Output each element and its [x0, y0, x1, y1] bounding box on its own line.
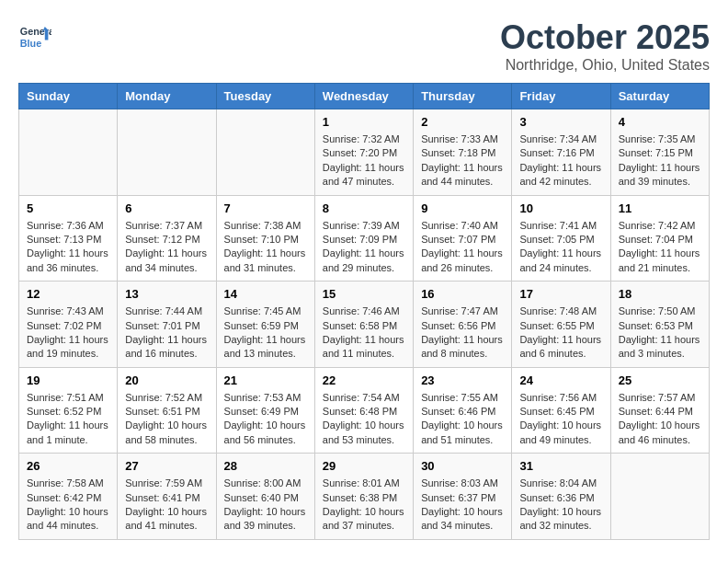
- weekday-header-sunday: Sunday: [19, 84, 118, 109]
- svg-text:Blue: Blue: [20, 38, 41, 49]
- day-info: Sunrise: 7:37 AM Sunset: 7:12 PM Dayligh…: [125, 219, 208, 276]
- calendar-cell: 11Sunrise: 7:42 AM Sunset: 7:04 PM Dayli…: [610, 195, 709, 282]
- calendar-cell: 8Sunrise: 7:39 AM Sunset: 7:09 PM Daylig…: [314, 195, 413, 282]
- calendar-cell: [19, 109, 118, 196]
- calendar-cell: 7Sunrise: 7:38 AM Sunset: 7:10 PM Daylig…: [216, 195, 314, 282]
- calendar-cell: 18Sunrise: 7:50 AM Sunset: 6:53 PM Dayli…: [610, 282, 709, 368]
- day-info: Sunrise: 7:50 AM Sunset: 6:53 PM Dayligh…: [619, 304, 701, 362]
- day-number: 9: [421, 201, 504, 215]
- calendar-cell: 23Sunrise: 7:55 AM Sunset: 6:46 PM Dayli…: [414, 367, 512, 454]
- day-number: 22: [323, 373, 405, 387]
- day-info: Sunrise: 7:48 AM Sunset: 6:55 PM Dayligh…: [519, 304, 602, 362]
- calendar-cell: 5Sunrise: 7:36 AM Sunset: 7:13 PM Daylig…: [19, 195, 118, 282]
- day-info: Sunrise: 7:34 AM Sunset: 7:16 PM Dayligh…: [519, 132, 602, 190]
- day-number: 7: [224, 201, 307, 215]
- day-info: Sunrise: 8:03 AM Sunset: 6:37 PM Dayligh…: [421, 477, 504, 534]
- day-number: 16: [421, 287, 504, 301]
- day-number: 10: [519, 201, 602, 215]
- day-number: 3: [519, 115, 602, 129]
- calendar-cell: 24Sunrise: 7:56 AM Sunset: 6:45 PM Dayli…: [512, 367, 610, 454]
- calendar-cell: 29Sunrise: 8:01 AM Sunset: 6:38 PM Dayli…: [314, 454, 413, 540]
- day-info: Sunrise: 7:38 AM Sunset: 7:10 PM Dayligh…: [224, 219, 307, 276]
- day-info: Sunrise: 8:01 AM Sunset: 6:38 PM Dayligh…: [323, 477, 405, 534]
- day-number: 21: [224, 373, 307, 387]
- day-info: Sunrise: 7:33 AM Sunset: 7:18 PM Dayligh…: [421, 132, 504, 190]
- calendar-cell: 4Sunrise: 7:35 AM Sunset: 7:15 PM Daylig…: [610, 109, 709, 196]
- day-info: Sunrise: 7:44 AM Sunset: 7:01 PM Dayligh…: [125, 304, 208, 362]
- day-number: 27: [125, 459, 208, 473]
- day-number: 24: [519, 373, 602, 387]
- day-number: 1: [323, 115, 405, 129]
- day-info: Sunrise: 7:55 AM Sunset: 6:46 PM Dayligh…: [421, 391, 504, 448]
- location: Northridge, Ohio, United States: [500, 57, 710, 74]
- calendar-cell: 3Sunrise: 7:34 AM Sunset: 7:16 PM Daylig…: [512, 109, 610, 196]
- day-info: Sunrise: 7:41 AM Sunset: 7:05 PM Dayligh…: [519, 219, 602, 276]
- day-info: Sunrise: 7:52 AM Sunset: 6:51 PM Dayligh…: [125, 391, 208, 448]
- day-number: 30: [421, 459, 504, 473]
- calendar-cell: 22Sunrise: 7:54 AM Sunset: 6:48 PM Dayli…: [314, 367, 413, 454]
- calendar-cell: 21Sunrise: 7:53 AM Sunset: 6:49 PM Dayli…: [216, 367, 314, 454]
- day-number: 25: [619, 373, 701, 387]
- day-info: Sunrise: 7:46 AM Sunset: 6:58 PM Dayligh…: [323, 304, 405, 362]
- day-number: 13: [125, 287, 208, 301]
- calendar-cell: 19Sunrise: 7:51 AM Sunset: 6:52 PM Dayli…: [19, 367, 118, 454]
- day-number: 19: [27, 373, 109, 387]
- day-info: Sunrise: 7:59 AM Sunset: 6:41 PM Dayligh…: [125, 477, 208, 534]
- calendar-week-5: 26Sunrise: 7:58 AM Sunset: 6:42 PM Dayli…: [19, 454, 710, 540]
- calendar-cell: 16Sunrise: 7:47 AM Sunset: 6:56 PM Dayli…: [414, 282, 512, 368]
- calendar-week-1: 1Sunrise: 7:32 AM Sunset: 7:20 PM Daylig…: [19, 109, 710, 196]
- day-info: Sunrise: 7:35 AM Sunset: 7:15 PM Dayligh…: [619, 132, 701, 190]
- day-number: 12: [27, 287, 109, 301]
- calendar-cell: [610, 454, 709, 540]
- day-info: Sunrise: 7:53 AM Sunset: 6:49 PM Dayligh…: [224, 391, 307, 448]
- calendar-cell: 20Sunrise: 7:52 AM Sunset: 6:51 PM Dayli…: [118, 367, 216, 454]
- day-info: Sunrise: 8:00 AM Sunset: 6:40 PM Dayligh…: [224, 477, 307, 534]
- calendar-cell: 27Sunrise: 7:59 AM Sunset: 6:41 PM Dayli…: [118, 454, 216, 540]
- calendar-cell: [118, 109, 216, 196]
- calendar-cell: 31Sunrise: 8:04 AM Sunset: 6:36 PM Dayli…: [512, 454, 610, 540]
- day-number: 31: [519, 459, 602, 473]
- calendar-cell: 26Sunrise: 7:58 AM Sunset: 6:42 PM Dayli…: [19, 454, 118, 540]
- day-number: 4: [619, 115, 701, 129]
- day-info: Sunrise: 7:45 AM Sunset: 6:59 PM Dayligh…: [224, 304, 307, 362]
- weekday-header-wednesday: Wednesday: [314, 84, 413, 109]
- day-info: Sunrise: 7:36 AM Sunset: 7:13 PM Dayligh…: [27, 219, 109, 276]
- calendar-cell: [216, 109, 314, 196]
- day-info: Sunrise: 7:54 AM Sunset: 6:48 PM Dayligh…: [323, 391, 405, 448]
- title-block: October 2025 Northridge, Ohio, United St…: [500, 18, 710, 74]
- day-number: 14: [224, 287, 307, 301]
- day-number: 26: [27, 459, 109, 473]
- calendar-table: SundayMondayTuesdayWednesdayThursdayFrid…: [18, 83, 710, 540]
- day-number: 18: [619, 287, 701, 301]
- calendar-week-4: 19Sunrise: 7:51 AM Sunset: 6:52 PM Dayli…: [19, 367, 710, 454]
- weekday-header-row: SundayMondayTuesdayWednesdayThursdayFrid…: [19, 84, 710, 109]
- day-info: Sunrise: 7:56 AM Sunset: 6:45 PM Dayligh…: [519, 391, 602, 448]
- day-info: Sunrise: 7:47 AM Sunset: 6:56 PM Dayligh…: [421, 304, 504, 362]
- day-info: Sunrise: 7:57 AM Sunset: 6:44 PM Dayligh…: [619, 391, 701, 448]
- day-number: 5: [27, 201, 109, 215]
- calendar-cell: 15Sunrise: 7:46 AM Sunset: 6:58 PM Dayli…: [314, 282, 413, 368]
- day-info: Sunrise: 7:43 AM Sunset: 7:02 PM Dayligh…: [27, 304, 109, 362]
- day-info: Sunrise: 7:32 AM Sunset: 7:20 PM Dayligh…: [323, 132, 405, 190]
- weekday-header-tuesday: Tuesday: [216, 84, 314, 109]
- day-number: 8: [323, 201, 405, 215]
- day-info: Sunrise: 7:40 AM Sunset: 7:07 PM Dayligh…: [421, 219, 504, 276]
- day-number: 20: [125, 373, 208, 387]
- day-number: 17: [519, 287, 602, 301]
- day-number: 15: [323, 287, 405, 301]
- day-info: Sunrise: 7:39 AM Sunset: 7:09 PM Dayligh…: [323, 219, 405, 276]
- weekday-header-saturday: Saturday: [610, 84, 709, 109]
- calendar-cell: 2Sunrise: 7:33 AM Sunset: 7:18 PM Daylig…: [414, 109, 512, 196]
- weekday-header-friday: Friday: [512, 84, 610, 109]
- day-number: 2: [421, 115, 504, 129]
- calendar-cell: 6Sunrise: 7:37 AM Sunset: 7:12 PM Daylig…: [118, 195, 216, 282]
- calendar-cell: 17Sunrise: 7:48 AM Sunset: 6:55 PM Dayli…: [512, 282, 610, 368]
- day-number: 28: [224, 459, 307, 473]
- calendar-cell: 12Sunrise: 7:43 AM Sunset: 7:02 PM Dayli…: [19, 282, 118, 368]
- calendar-week-2: 5Sunrise: 7:36 AM Sunset: 7:13 PM Daylig…: [19, 195, 710, 282]
- logo-icon: General Blue: [18, 18, 51, 52]
- calendar-cell: 10Sunrise: 7:41 AM Sunset: 7:05 PM Dayli…: [512, 195, 610, 282]
- calendar-cell: 14Sunrise: 7:45 AM Sunset: 6:59 PM Dayli…: [216, 282, 314, 368]
- calendar-cell: 13Sunrise: 7:44 AM Sunset: 7:01 PM Dayli…: [118, 282, 216, 368]
- calendar-cell: 25Sunrise: 7:57 AM Sunset: 6:44 PM Dayli…: [610, 367, 709, 454]
